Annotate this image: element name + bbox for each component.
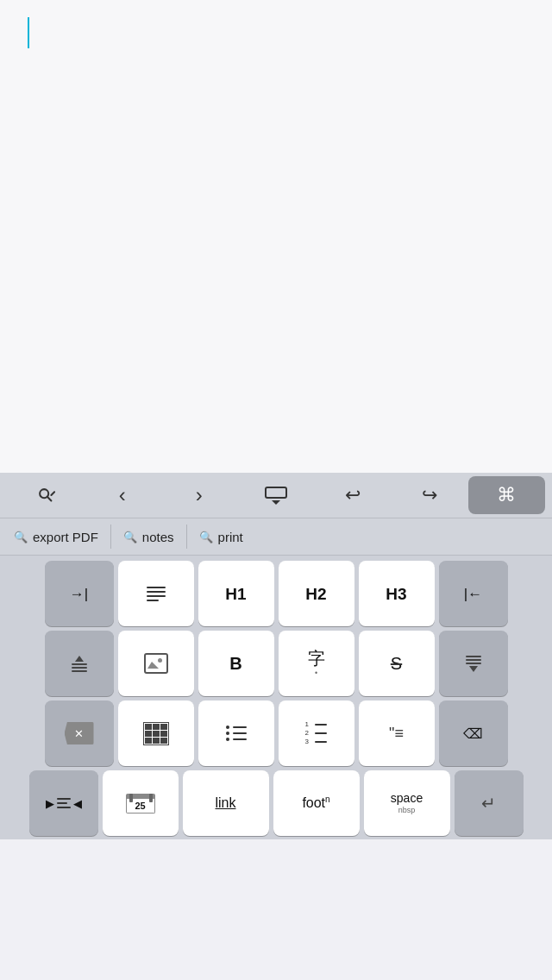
link-key[interactable]: link [183,770,269,836]
suggestions-row: 🔍 export PDF 🔍 notes 🔍 print [0,518,552,556]
paragraph-key[interactable] [118,561,194,626]
suggestion-print-label: print [218,530,243,544]
icon-row: ‹ › ↩ ↪ ⌘ [0,473,552,518]
strikethrough-key[interactable]: S [359,631,435,696]
suggestion-notes-label: notes [142,530,174,544]
back-icon[interactable]: ‹ [84,476,160,514]
footnote-key[interactable]: footn [273,770,360,836]
editor-area[interactable] [0,0,552,473]
backspace-key[interactable]: ⌫ [439,700,508,766]
redo-icon[interactable]: ↪ [392,476,468,514]
suggestion-search-icon: 🔍 [14,531,28,543]
tab-key[interactable]: →| [45,561,114,626]
h2-key[interactable]: H2 [279,561,354,626]
quote-key[interactable]: "≡ [359,700,435,766]
tag-delete-key[interactable]: ✕ [45,700,114,766]
keyboard-row-2: B 字 • S [3,631,549,696]
ruby-key[interactable]: 字 • [279,631,354,696]
ul-key[interactable] [198,700,274,766]
h1-key[interactable]: H1 [198,561,274,626]
keyboard-grid: →| H1 H2 H3 [0,556,552,839]
table-key[interactable] [118,700,194,766]
text-cursor [28,17,29,48]
space-key[interactable]: space nbsp [364,770,450,836]
h3-key[interactable]: H3 [359,561,435,626]
suggestion-print[interactable]: 🔍 print [189,518,254,555]
svg-line-1 [47,497,51,500]
suggestion-divider-2 [186,525,187,549]
keyboard-row-3: ✕ 1 2 [3,700,549,766]
suggestion-notes[interactable]: 🔍 notes [113,518,185,555]
suggestion-export-pdf[interactable]: 🔍 export PDF [3,518,109,555]
svg-line-2 [51,492,54,495]
ol-key[interactable]: 1 2 3 [279,700,354,766]
end-key[interactable]: |← [439,561,508,626]
suggestion-export-pdf-label: export PDF [33,530,98,544]
suggestion-search-icon-2: 🔍 [123,531,137,543]
image-key[interactable] [118,631,194,696]
keyboard-row-4: ▶ ◀ 25 [3,770,549,836]
cmd-icon[interactable]: ⌘ [468,476,545,514]
bold-key[interactable]: B [198,631,274,696]
toolbar-container: ‹ › ↩ ↪ ⌘ 🔍 export PDF 🔍 notes [0,473,552,839]
enter-key[interactable]: ↵ [455,770,524,836]
forward-icon[interactable]: › [160,476,237,514]
keyboard-row-1: →| H1 H2 H3 [3,561,549,626]
keyboard-hide-icon[interactable] [237,476,314,514]
move-up-key[interactable] [45,631,114,696]
suggestion-divider-1 [110,525,111,549]
move-down-key[interactable] [439,631,508,696]
collapse-indent-key[interactable]: ▶ ◀ [29,770,98,836]
date-key[interactable]: 25 [103,770,179,836]
undo-icon[interactable]: ↩ [315,476,392,514]
search-icon[interactable] [7,476,84,514]
suggestion-search-icon-3: 🔍 [199,531,213,543]
